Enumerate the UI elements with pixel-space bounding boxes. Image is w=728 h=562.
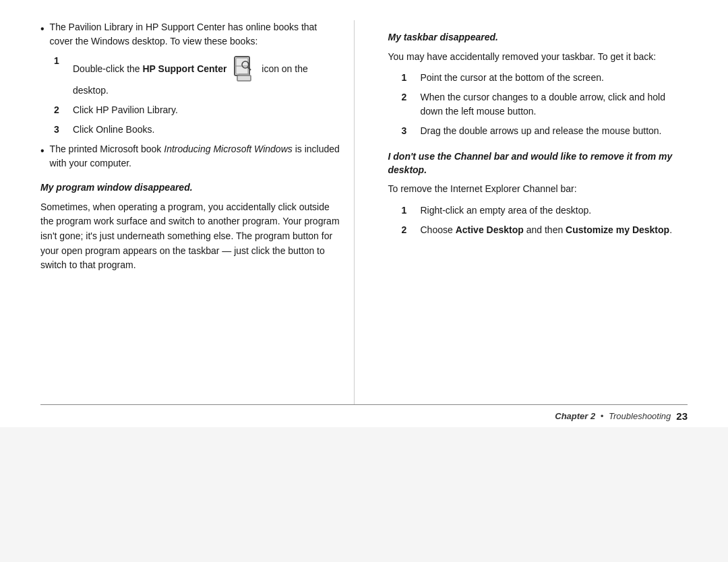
bullet-dot-2: • bbox=[40, 144, 44, 158]
svg-line-6 bbox=[248, 67, 251, 70]
hp-support-center-label: HP Support Center bbox=[143, 63, 227, 74]
page-container: • The Pavilion Library in HP Support Cen… bbox=[0, 0, 728, 562]
section3-heading: I don't use the Channel bar and would li… bbox=[388, 150, 688, 177]
num3-text-2: Choose Active Desktop and then Customize… bbox=[421, 223, 688, 237]
section2-intro: You may have accidentally removed your t… bbox=[388, 50, 688, 65]
numbered2-item-1: 1 Point the cursor at the bottom of the … bbox=[402, 71, 688, 85]
bullet2-italic: Introducing Microsoft Windows bbox=[164, 144, 293, 154]
numbered-list-1: 1 Double-click the HP Support Center bbox=[54, 55, 340, 137]
num2-label-2: 2 bbox=[402, 90, 415, 119]
customize-desktop-label: Customize my Desktop bbox=[566, 224, 669, 235]
right-column: My taskbar disappeared. You may have acc… bbox=[382, 20, 688, 404]
numbered3-item-2: 2 Choose Active Desktop and then Customi… bbox=[402, 223, 688, 237]
num-text-3: Click Online Books. bbox=[73, 123, 340, 137]
footer-section: Troubleshooting bbox=[609, 411, 671, 421]
left-column: • The Pavilion Library in HP Support Cen… bbox=[40, 20, 355, 404]
num2-text-2: When the cursor changes to a double arro… bbox=[421, 90, 688, 119]
section1-body: Sometimes, when operating a program, you… bbox=[40, 200, 340, 273]
numbered-item-3: 3 Click Online Books. bbox=[54, 123, 340, 137]
numbered-list-3: 1 Right-click an empty area of the deskt… bbox=[402, 204, 688, 237]
svg-rect-4 bbox=[237, 75, 251, 81]
num-label-1: 1 bbox=[54, 55, 67, 66]
footer-bullet: • bbox=[601, 411, 604, 421]
num-text-1: Double-click the HP Support Center bbox=[73, 55, 340, 98]
footer-area: Chapter 2 • Troubleshooting 23 bbox=[0, 405, 728, 427]
active-desktop-label: Active Desktop bbox=[456, 224, 524, 235]
section3-intro: To remove the Internet Explorer Channel … bbox=[388, 182, 688, 197]
num2-text-3: Drag the double arrows up and release th… bbox=[421, 124, 688, 138]
bullet-item-1: • The Pavilion Library in HP Support Cen… bbox=[40, 20, 340, 49]
numbered-item-2: 2 Click HP Pavilion Library. bbox=[54, 103, 340, 117]
bullet-dot-1: • bbox=[40, 22, 44, 36]
footer-chapter: Chapter 2 bbox=[555, 411, 595, 421]
num2-text-1: Point the cursor at the bottom of the sc… bbox=[421, 71, 688, 85]
num-label-3: 3 bbox=[54, 123, 67, 137]
bullet-item-2: • The printed Microsoft book Introducing… bbox=[40, 142, 340, 170]
numbered-item-1: 1 Double-click the HP Support Center bbox=[54, 55, 340, 98]
num-text-2: Click HP Pavilion Library. bbox=[73, 103, 340, 117]
numbered2-item-3: 3 Drag the double arrows up and release … bbox=[402, 124, 688, 138]
numbered2-item-2: 2 When the cursor changes to a double ar… bbox=[402, 90, 688, 119]
bottom-gray-area bbox=[0, 427, 728, 562]
section2-heading: My taskbar disappeared. bbox=[388, 31, 688, 44]
num3-label-2: 2 bbox=[402, 223, 415, 237]
hp-support-icon bbox=[229, 63, 262, 74]
footer-page-number: 23 bbox=[676, 410, 688, 422]
num-label-2: 2 bbox=[54, 103, 67, 117]
num2-label-3: 3 bbox=[402, 124, 415, 138]
bullet2-prefix: The printed Microsoft book bbox=[50, 144, 164, 154]
num2-label-1: 1 bbox=[402, 71, 415, 85]
content-area: • The Pavilion Library in HP Support Cen… bbox=[0, 0, 728, 404]
num3-label-1: 1 bbox=[402, 204, 415, 218]
bullet-text-2: The printed Microsoft book Introducing M… bbox=[50, 142, 340, 170]
footer-text: Chapter 2 • Troubleshooting bbox=[555, 411, 671, 421]
section1-heading: My program window disappeared. bbox=[40, 181, 340, 195]
numbered3-item-1: 1 Right-click an empty area of the deskt… bbox=[402, 204, 688, 218]
num3-text-1: Right-click an empty area of the desktop… bbox=[421, 204, 688, 218]
numbered-list-2: 1 Point the cursor at the bottom of the … bbox=[402, 71, 688, 138]
bullet-text-1: The Pavilion Library in HP Support Cente… bbox=[50, 20, 340, 49]
